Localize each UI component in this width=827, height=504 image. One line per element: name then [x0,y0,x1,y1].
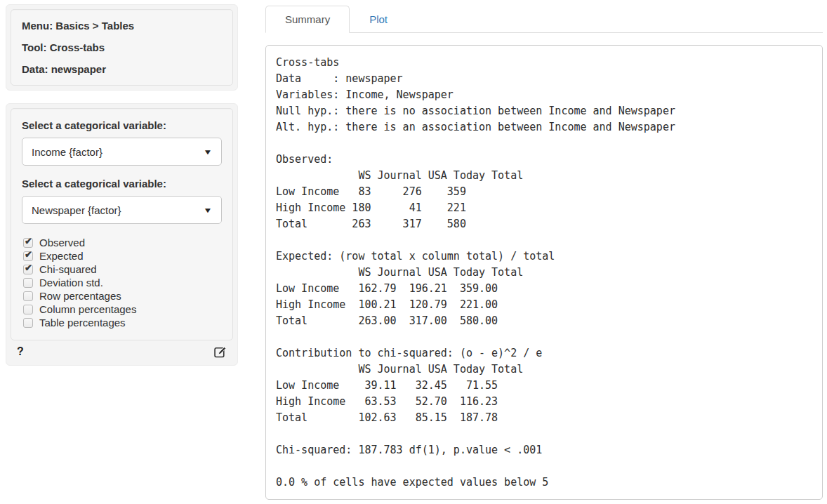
checkbox-chi-squared[interactable]: ✔ Chi-squared [23,263,222,276]
tab-bar: Summary Plot [265,6,823,33]
variable2-selected-value: Newspaper {factor} [32,204,121,216]
controls-well: Select a categorical variable: Income {f… [11,108,233,340]
tool-name: Tool: Cross-tabs [22,41,222,54]
info-panel: Menu: Basics > Tables Tool: Cross-tabs D… [6,4,238,91]
checkbox-column-percentages[interactable]: ✔ Column percentages [23,303,222,316]
variable1-selected-value: Income {factor} [32,146,102,158]
output-options-list: ✔ Observed ✔ Expected ✔ Chi-squared ✔ De… [23,236,222,329]
main-area: Summary Plot Cross-tabs Data : newspaper… [265,6,823,500]
dataset-name: Data: newspaper [22,62,222,76]
panel-footer: ? [11,340,233,361]
help-button[interactable]: ? [17,345,24,358]
checkbox-icon: ✔ [23,238,33,248]
controls-panel: Select a categorical variable: Income {f… [6,103,238,366]
pencil-square-icon [214,345,227,358]
checkbox-icon: ✔ [23,291,33,301]
variable2-select[interactable]: Newspaper {factor} ▼ [22,196,222,224]
tab-summary[interactable]: Summary [265,6,350,33]
tab-plot[interactable]: Plot [350,6,407,33]
checkbox-deviation-std[interactable]: ✔ Deviation std. [23,276,222,289]
checkbox-row-percentages[interactable]: ✔ Row percentages [23,289,222,303]
checkbox-table-percentages[interactable]: ✔ Table percentages [23,316,222,329]
summary-output-text: Cross-tabs Data : newspaper Variables: I… [276,55,812,491]
checkbox-expected[interactable]: ✔ Expected [23,249,222,263]
sidebar: Menu: Basics > Tables Tool: Cross-tabs D… [6,4,238,366]
checkbox-icon: ✔ [23,278,33,288]
variable1-label: Select a categorical variable: [22,119,222,131]
menu-breadcrumb: Menu: Basics > Tables [22,19,222,32]
checkbox-icon: ✔ [23,305,33,314]
checkbox-icon: ✔ [23,265,33,274]
chevron-down-icon: ▼ [203,148,212,156]
edit-report-button[interactable] [214,345,227,358]
variable2-label: Select a categorical variable: [22,178,222,190]
summary-output-panel: Cross-tabs Data : newspaper Variables: I… [265,45,823,500]
checkbox-icon: ✔ [23,251,33,261]
checkbox-observed[interactable]: ✔ Observed [23,236,222,249]
checkbox-icon: ✔ [23,318,33,328]
chevron-down-icon: ▼ [203,206,212,214]
variable1-select[interactable]: Income {factor} ▼ [22,138,222,166]
info-well: Menu: Basics > Tables Tool: Cross-tabs D… [11,9,233,86]
